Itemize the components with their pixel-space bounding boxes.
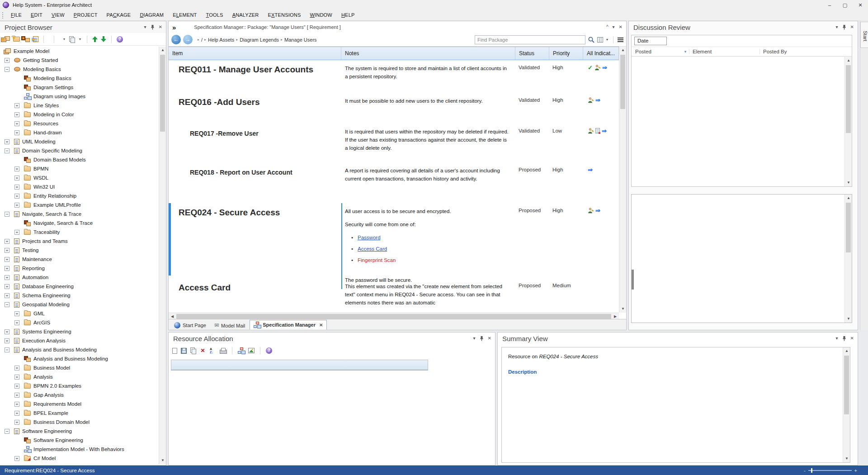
tree-item[interactable]: +Line Styles: [0, 101, 159, 110]
discussion-list-scrollbar[interactable]: ▲ ▼: [844, 57, 852, 186]
tree-expander-plus-icon[interactable]: +: [14, 366, 19, 370]
scroll-up-icon[interactable]: ▲: [845, 57, 852, 64]
panel-close-icon[interactable]: ✕: [850, 336, 854, 341]
tree-item[interactable]: Example Model: [0, 47, 159, 56]
scroll-up-icon[interactable]: ▲: [159, 47, 166, 54]
tree-item[interactable]: Modeling Basics: [0, 74, 159, 83]
scroll-up-icon[interactable]: ▲: [845, 195, 852, 202]
tree-item[interactable]: −Modeling Basics: [0, 65, 159, 74]
arrow-down-icon[interactable]: [101, 36, 106, 42]
tree-expander-plus-icon[interactable]: +: [5, 239, 9, 244]
menu-element[interactable]: ELEMENT: [168, 10, 201, 20]
delete-icon[interactable]: [200, 348, 206, 354]
tree-item[interactable]: +Execution Analysis: [0, 336, 159, 345]
spec-row[interactable]: REQ017 -Remove UserIt is required that u…: [169, 124, 619, 162]
tree-item[interactable]: +Systems Engineering: [0, 327, 159, 336]
pin-icon[interactable]: [151, 25, 155, 30]
nav-forward-button[interactable]: →: [183, 35, 193, 44]
tree-item[interactable]: +Hand-drawn: [0, 128, 159, 137]
tree-item[interactable]: +Schema Engineering: [0, 291, 159, 300]
scroll-down-icon[interactable]: ▼: [619, 305, 627, 313]
scroll-up-icon[interactable]: ▲: [619, 47, 627, 54]
panel-close-icon[interactable]: ✕: [488, 336, 491, 341]
tree-item[interactable]: Diagram using Images: [0, 92, 159, 101]
close-button[interactable]: ✕: [853, 0, 868, 10]
sort-az-icon[interactable]: [209, 347, 216, 354]
tree-item[interactable]: +Win32 UI: [0, 182, 159, 191]
spec-row[interactable]: REQ016 -Add UsersIt must be possible to …: [169, 93, 619, 124]
panel-close-icon[interactable]: ✕: [850, 24, 854, 30]
tree-item[interactable]: +Requirements Model: [0, 399, 159, 408]
zoom-slider-thumb[interactable]: [811, 468, 812, 473]
tab-specification-manager[interactable]: Specification Manager✕: [250, 320, 327, 330]
tree-expander-plus-icon[interactable]: +: [5, 275, 9, 280]
tree-item[interactable]: +BPMN 2.0 Examples: [0, 381, 159, 390]
scroll-down-icon[interactable]: ▼: [843, 455, 850, 462]
copy-icon[interactable]: [190, 347, 196, 354]
tree-item[interactable]: +Example UMLProfile: [0, 200, 159, 209]
tree-item[interactable]: +Analysis: [0, 372, 159, 381]
help-icon[interactable]: [266, 347, 272, 354]
menu-analyzer[interactable]: ANALYZER: [228, 10, 264, 20]
tree-expander-plus-icon[interactable]: +: [14, 121, 19, 126]
tab-start-page[interactable]: Start Page: [170, 321, 210, 330]
tree-expander-plus-icon[interactable]: +: [5, 284, 9, 289]
breadcrumb-item[interactable]: /: [201, 37, 203, 43]
tree-expander-plus-icon[interactable]: +: [5, 266, 9, 271]
spec-row[interactable]: REQ011 - Manage User AccountsThe system …: [169, 60, 619, 93]
tree-item[interactable]: +Projects and Teams: [0, 237, 159, 246]
tree-item[interactable]: +Gap Analysis: [0, 390, 159, 399]
tree-item[interactable]: +Traceability: [0, 228, 159, 237]
menu-tools[interactable]: TOOLS: [202, 10, 228, 20]
tree-item[interactable]: +Modeling in Color: [0, 110, 159, 119]
menu-diagram[interactable]: DIAGRAM: [135, 10, 168, 20]
pin-icon[interactable]: [842, 336, 846, 341]
help-icon[interactable]: [117, 36, 123, 43]
zoom-slider[interactable]: [808, 470, 852, 471]
notes-link[interactable]: Access Card: [358, 245, 387, 253]
tree-item[interactable]: +Getting Started: [0, 56, 159, 65]
breadcrumb-item[interactable]: Manage Users: [284, 37, 317, 43]
dropdown-caret-icon[interactable]: ▾: [79, 37, 81, 41]
group-by-chip[interactable]: Date: [634, 37, 667, 45]
tree-item[interactable]: −Navigate, Search & Trace: [0, 209, 159, 218]
notes-link[interactable]: Password: [358, 233, 381, 242]
tree-item[interactable]: Analysis and Business Modeling: [0, 354, 159, 363]
tree-expander-plus-icon[interactable]: +: [14, 384, 19, 389]
maximize-button[interactable]: ▢: [837, 0, 853, 10]
breadcrumb-item[interactable]: Diagram Legends: [240, 37, 279, 43]
zoom-control[interactable]: - +: [804, 468, 857, 473]
tree-expander-plus-icon[interactable]: +: [14, 103, 19, 108]
tree-item[interactable]: +Entity Relationship: [0, 191, 159, 200]
copy-icon[interactable]: [69, 36, 75, 43]
start-side-tab[interactable]: Start: [860, 22, 868, 48]
tree-expander-plus-icon[interactable]: +: [14, 375, 19, 380]
panel-dropdown-icon[interactable]: ▾: [836, 336, 838, 341]
tree-item[interactable]: −Domain Specific Modeling: [0, 146, 159, 155]
tree-expander-plus-icon[interactable]: +: [14, 411, 19, 416]
spec-row[interactable]: Access CardThis element was created via …: [169, 278, 619, 313]
tree-expander-plus-icon[interactable]: +: [5, 139, 9, 144]
messages-scrollbar[interactable]: ▲ ▼: [844, 195, 852, 323]
tree-expander-plus-icon[interactable]: +: [14, 320, 19, 325]
tree-item[interactable]: +UML Modeling: [0, 137, 159, 146]
panel-close-icon[interactable]: ✕: [619, 24, 623, 30]
tree-expander-plus-icon[interactable]: +: [14, 402, 19, 407]
tree-item[interactable]: Domain Based Models: [0, 155, 159, 164]
tree-item[interactable]: +ArcGIS: [0, 318, 159, 327]
column-posted[interactable]: Posted▼: [632, 49, 689, 54]
hier-icon[interactable]: [238, 347, 245, 354]
zoom-minus[interactable]: -: [804, 468, 806, 473]
tree-expander-plus-icon[interactable]: +: [5, 248, 9, 253]
tree-item[interactable]: +C# Model: [0, 454, 159, 463]
hamburger-menu-icon[interactable]: [618, 37, 623, 42]
scroll-down-icon[interactable]: ▼: [159, 457, 166, 464]
column-element[interactable]: Element: [689, 49, 760, 54]
tree-expander-plus-icon[interactable]: +: [14, 393, 19, 398]
scroll-down-icon[interactable]: ▼: [845, 315, 852, 323]
tree-item[interactable]: +GML: [0, 309, 159, 318]
menu-help[interactable]: HELP: [337, 10, 359, 20]
tree-item[interactable]: Software Engineering: [0, 436, 159, 445]
pin-icon[interactable]: [480, 336, 484, 341]
tree-item[interactable]: +Resources: [0, 119, 159, 128]
